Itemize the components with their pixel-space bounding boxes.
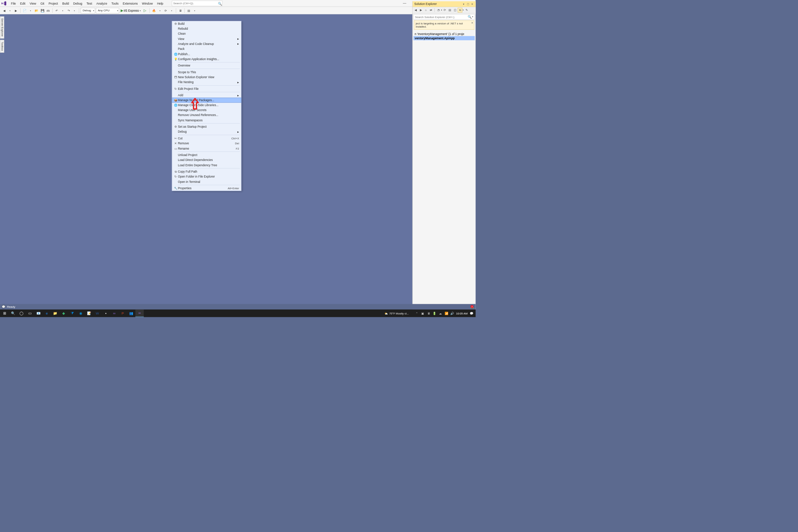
minimize-button[interactable]: — [401,1,408,5]
tray-monitor-icon[interactable]: 🖥 [427,312,431,315]
ctx-view[interactable]: View▶ [172,36,241,41]
se-sync-icon[interactable]: ⟳ [443,8,447,12]
ctx-pack[interactable]: Pack [172,46,241,51]
tray-app-icon[interactable]: ▣ [421,312,425,315]
se-maximize-icon[interactable]: ▢ [466,2,470,6]
nav-back-icon[interactable]: ◀ [2,8,7,13]
undo-icon[interactable]: ↶ [54,8,59,13]
explorer-icon[interactable]: 📁 [51,310,59,317]
ctx-debug[interactable]: Debug▶ [172,129,241,134]
play-nodebug-icon[interactable]: ▷ [143,8,148,13]
ctx-add[interactable]: Add▶ [172,93,241,98]
ctx-rebuild[interactable]: Rebuild [172,26,241,31]
notepad-icon[interactable]: 📝 [85,310,93,317]
taskview-icon[interactable]: ▭ [26,310,34,317]
ctx-copy-full-path[interactable]: ⧉Copy Full Path [172,169,241,174]
save-all-icon[interactable]: 🗃 [46,8,51,13]
tree-item[interactable]: ventoryManagement.ApiApp [414,36,475,40]
cortana-icon[interactable]: ◯ [17,310,26,317]
menu-test[interactable]: Test [85,1,94,6]
ctx-cut[interactable]: ✂CutCtrl+X [172,136,241,141]
app-icon[interactable]: ◆ [59,310,68,317]
refresh-icon[interactable]: ⟳ [163,8,168,13]
menu-git[interactable]: Git [38,1,46,6]
ctx-file-nesting[interactable]: File Nesting▶ [172,80,241,85]
ctx-manage-nuget-packages-[interactable]: 📦Manage NuGet Packages... [172,98,242,103]
ctx-scope-to-this[interactable]: Scope to This [172,70,241,75]
ctx-new-solution-explorer-view[interactable]: 🗖New Solution Explorer View [172,75,241,80]
search-box[interactable]: 🔍 [172,0,222,6]
se-back-icon[interactable]: ◀ [414,8,418,12]
menu-debug[interactable]: Debug [71,1,84,6]
ie-icon[interactable]: e [42,310,51,317]
se-fwd-icon[interactable]: ▶ [418,8,423,12]
tray-cloud-icon[interactable]: ☁ [438,312,443,315]
tray-battery-icon[interactable]: 🔋 [432,312,436,315]
ctx-edit-project-file[interactable]: ↻Edit Project File [172,86,241,91]
redo-icon[interactable]: ↷ [66,8,71,13]
notif-icon[interactable]: 🔔2 [470,305,474,308]
ctx-build[interactable]: ⚙Build [172,21,241,26]
hot-dd[interactable]: ▾ [157,8,162,13]
ctx-clean[interactable]: Clean [172,31,241,36]
ctx-configure-application-insights-[interactable]: 💡Configure Application Insights... [172,57,241,62]
menu-extensions[interactable]: Extensions [121,1,140,6]
powerpoint-icon[interactable]: P [118,310,127,317]
new-dd[interactable]: ▾ [28,8,33,13]
vs-purple-icon[interactable]: ∞ [110,310,118,317]
server-explorer-tab[interactable]: Server Explorer [0,16,4,38]
weather-widget[interactable]: ⛅ 75°F Mostly cl... [384,312,409,315]
ctx-unload-project[interactable]: Unload Project [172,152,241,157]
ctx-open-in-terminal[interactable]: Open in Terminal [172,179,241,184]
tray-action-icon[interactable]: 💬 [469,312,474,315]
config-dropdown[interactable]: Debug [81,8,95,13]
se-collapse-icon[interactable]: ▤ [447,8,452,12]
ctx-properties[interactable]: 🔧PropertiesAlt+Enter [172,186,241,191]
search-task-icon[interactable]: 🔍 [9,310,17,317]
hot-reload-icon[interactable]: 🔥 [151,8,156,13]
menu-window[interactable]: Window [140,1,155,6]
tray-wifi-icon[interactable]: 📶 [444,312,449,315]
ctx-remove[interactable]: ✕RemoveDel [172,141,241,146]
edge-icon[interactable]: ◉ [76,310,85,317]
ctx-open-folder-in-file-explorer[interactable]: ↻Open Folder in File Explorer [172,174,241,179]
nav-fwd-icon[interactable]: ▶ [13,8,18,13]
tray-up-icon[interactable]: ⌃ [415,312,419,315]
ctx-load-direct-dependencies[interactable]: Load Direct Dependencies [172,157,241,162]
terminal-icon[interactable]: ▪ [102,310,110,317]
ctx-remove-unused-references-[interactable]: Remove Unused References... [172,112,241,117]
redo-dd[interactable]: ▾ [72,8,77,13]
menu-help[interactable]: Help [155,1,166,6]
browser-icon[interactable]: 🖥 [178,8,183,13]
se-search[interactable]: 🔍 ▾ [414,14,475,19]
platform-dropdown[interactable]: Any CPU [96,8,119,13]
se-warning-close-icon[interactable]: ✕ [471,22,473,24]
toolbox-tab[interactable]: Toolbox [0,40,4,53]
vs-task-icon[interactable]: ∞ [135,310,144,317]
ctx-sync-namespaces[interactable]: Sync Namespaces [172,118,241,123]
ctx-publish-[interactable]: 🌐Publish... [172,51,241,56]
word-icon[interactable]: W [93,310,102,317]
clock[interactable]: 10:05 AM [456,312,468,315]
save-icon[interactable]: 💾 [40,8,45,13]
se-props-icon[interactable]: ✎ [464,8,469,12]
new-project-icon[interactable]: 📄 [22,8,27,13]
se-home-icon[interactable]: ⌂ [423,8,428,12]
run-button[interactable]: ▶ IIS Express ▾ [120,8,141,12]
se-search-input[interactable] [415,15,468,18]
ctx-manage-client-side-libraries-[interactable]: 🌐Manage Client-Side Libraries... [172,103,241,108]
search-input[interactable] [173,2,218,5]
se-preview-icon[interactable]: ⧉ [458,8,462,12]
ctx-overview[interactable]: Overview [172,63,241,68]
nav-back-dd[interactable]: ▾ [7,8,12,13]
menu-view[interactable]: View [28,1,38,6]
undo-dd[interactable]: ▾ [60,8,65,13]
tb-misc-icon[interactable]: ▤ [186,8,191,13]
ctx-analyze-and-code-cleanup[interactable]: Analyze and Code Cleanup▶ [172,41,241,46]
vscode-icon[interactable]: ⧩ [68,310,76,317]
tray-volume-icon[interactable]: 🔊 [450,312,454,315]
ctx-manage-user-secrets[interactable]: Manage User Secrets [172,108,241,112]
se-showall-icon[interactable]: ◫ [453,8,457,12]
refresh-dd[interactable]: ▾ [169,8,174,13]
start-button[interactable]: ⊞ [0,310,9,317]
